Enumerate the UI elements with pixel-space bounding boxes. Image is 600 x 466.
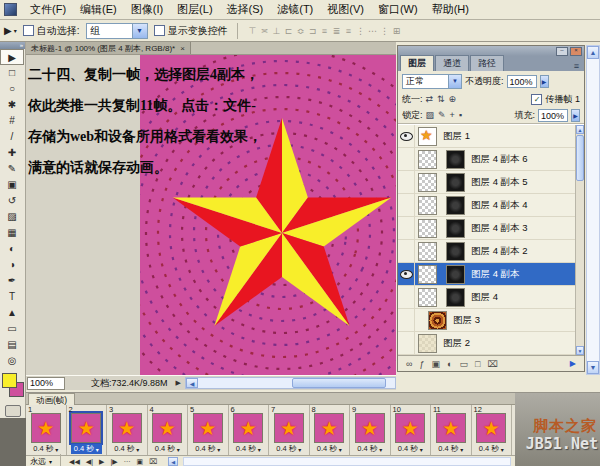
layer-row[interactable]: ★ 图层 4 副本 6 bbox=[398, 148, 584, 171]
menu-item[interactable]: 文件(F) bbox=[23, 0, 73, 19]
brush-tool[interactable]: ✎ bbox=[0, 161, 24, 177]
loop-dropdown[interactable]: 永远 ▾ bbox=[30, 456, 52, 466]
frame-duration[interactable]: 0.4 秒 ▾ bbox=[476, 444, 507, 454]
move-tool[interactable]: ▶ bbox=[0, 49, 24, 65]
menu-item[interactable]: 选择(S) bbox=[220, 0, 271, 19]
layer-name[interactable]: 图层 1 bbox=[443, 130, 470, 143]
layer-row[interactable]: ★ 图层 1 bbox=[398, 125, 584, 148]
align-icon[interactable]: ≡ bbox=[343, 26, 355, 36]
animation-frame[interactable]: 1 ★ 0.4 秒 ▾ bbox=[26, 405, 67, 455]
foreground-color-swatch[interactable] bbox=[2, 373, 17, 388]
frames-scrollbar[interactable] bbox=[183, 457, 511, 466]
new-layer-icon[interactable]: □ bbox=[475, 359, 480, 369]
quick-mask-button[interactable] bbox=[5, 405, 21, 417]
align-icon[interactable]: ≎ bbox=[295, 26, 307, 36]
gradient-tool[interactable]: ▦ bbox=[0, 225, 24, 241]
auto-select-dropdown[interactable]: 组 ▼ bbox=[86, 23, 148, 39]
align-icon[interactable]: ≍ bbox=[259, 26, 271, 36]
horizontal-scrollbar[interactable]: ◀ bbox=[185, 377, 396, 389]
vertical-scrollbar[interactable]: ▲ ▼ bbox=[586, 45, 600, 375]
previous-frame-button[interactable]: ◀| bbox=[86, 458, 93, 466]
visibility-toggle[interactable] bbox=[398, 194, 415, 216]
align-icon[interactable]: ⋮ bbox=[379, 26, 391, 36]
layer-name[interactable]: 图层 4 副本 6 bbox=[471, 153, 528, 166]
layer-name[interactable]: 图层 4 副本 bbox=[471, 268, 520, 281]
menu-item[interactable]: 图像(I) bbox=[124, 0, 170, 19]
document-tab[interactable]: 未标题-1 @ 100% (图层 4 副本, RGB/8)* × bbox=[26, 42, 191, 54]
align-icon[interactable]: ⊏ bbox=[283, 26, 295, 36]
layer-name[interactable]: 图层 2 bbox=[443, 337, 470, 350]
layer-row[interactable]: ★ 图层 4 副本 3 bbox=[398, 217, 584, 240]
next-frame-button[interactable]: |▶ bbox=[110, 458, 117, 466]
close-button[interactable]: × bbox=[570, 47, 582, 56]
visibility-toggle[interactable] bbox=[398, 125, 415, 147]
visibility-toggle[interactable] bbox=[398, 263, 415, 285]
first-frame-button[interactable]: ◀◀ bbox=[69, 458, 80, 466]
frame-thumbnail[interactable]: ★ bbox=[71, 413, 101, 443]
fill-field[interactable]: 100% bbox=[538, 109, 568, 122]
healing-brush-tool[interactable]: ✚ bbox=[0, 145, 24, 161]
delete-frame-button[interactable]: ⌧ bbox=[149, 458, 157, 466]
layer-group-icon[interactable]: ▭ bbox=[459, 359, 468, 369]
type-tool[interactable]: T bbox=[0, 289, 24, 305]
frame-duration[interactable]: 0.4 秒 ▾ bbox=[30, 444, 61, 454]
animation-frame[interactable]: 9 ★ 0.4 秒 ▾ bbox=[350, 405, 391, 455]
lock-position-icon[interactable]: + bbox=[450, 110, 455, 120]
quick-selection-tool[interactable]: ✱ bbox=[0, 97, 24, 113]
menu-item[interactable]: 窗口(W) bbox=[371, 0, 425, 19]
play-button[interactable]: ▶ bbox=[99, 458, 104, 466]
chevron-down-icon[interactable]: ▼ bbox=[448, 75, 461, 88]
frame-thumbnail[interactable]: ★ bbox=[476, 413, 506, 443]
align-icon[interactable]: ≣ bbox=[331, 26, 343, 36]
frame-duration[interactable]: 0.4 秒 ▾ bbox=[395, 444, 426, 454]
zoom-level-field[interactable]: 100% bbox=[27, 377, 65, 390]
layer-name[interactable]: 图层 4 副本 4 bbox=[471, 199, 528, 212]
layer-name[interactable]: 图层 4 bbox=[471, 291, 498, 304]
layer-row[interactable]: ★ 图层 4 bbox=[398, 286, 584, 309]
frame-duration[interactable]: 0.4 秒 ▾ bbox=[192, 444, 223, 454]
dodge-tool[interactable]: ◑ bbox=[0, 257, 24, 273]
frame-thumbnail[interactable]: ★ bbox=[314, 413, 344, 443]
eraser-tool[interactable]: ▨ bbox=[0, 209, 24, 225]
frame-thumbnail[interactable]: ★ bbox=[274, 413, 304, 443]
frame-duration[interactable]: 0.4 秒 ▾ bbox=[273, 444, 304, 454]
scroll-up-icon[interactable]: ▲ bbox=[576, 125, 584, 134]
unify-position-icon[interactable]: ⇄ bbox=[426, 94, 434, 104]
checkbox-icon[interactable] bbox=[23, 25, 34, 36]
unify-style-icon[interactable]: ⊕ bbox=[449, 94, 457, 104]
layer-row[interactable]: ★ 图层 3 bbox=[398, 309, 584, 332]
clone-stamp-tool[interactable]: ▣ bbox=[0, 177, 24, 193]
animation-frame[interactable]: 12 ★ 0.4 秒 ▾ bbox=[472, 405, 513, 455]
layer-row[interactable]: ★ 图层 4 副本 2 bbox=[398, 240, 584, 263]
layer-mask-icon[interactable]: ▣ bbox=[431, 359, 440, 369]
align-icon[interactable]: ⋯ bbox=[367, 26, 379, 36]
layer-list-scrollbar[interactable]: ▲ ▼ bbox=[575, 125, 584, 355]
toolbox-header[interactable]: » bbox=[0, 42, 25, 49]
palette-tab[interactable]: 通道 bbox=[435, 55, 469, 71]
frame-duration[interactable]: 0.4 秒 ▾ bbox=[152, 444, 183, 454]
animation-frame[interactable]: 3 ★ 0.4 秒 ▾ bbox=[107, 405, 148, 455]
layer-name[interactable]: 图层 4 副本 2 bbox=[471, 245, 528, 258]
visibility-toggle[interactable] bbox=[398, 309, 415, 331]
align-icon[interactable]: ⊥ bbox=[271, 26, 283, 36]
tween-button[interactable]: ⋯ bbox=[124, 458, 131, 466]
palette-tab[interactable]: 图层 bbox=[400, 55, 434, 71]
frame-duration[interactable]: 0.4 秒 ▾ bbox=[71, 444, 102, 454]
delete-layer-icon[interactable]: ⌧ bbox=[487, 359, 497, 369]
layer-row[interactable]: ★ 图层 2 bbox=[398, 332, 584, 355]
scroll-up-icon[interactable]: ▲ bbox=[587, 46, 599, 59]
notes-tool[interactable]: ▤ bbox=[0, 337, 24, 353]
menu-item[interactable]: 帮助(H) bbox=[425, 0, 476, 19]
scroll-down-icon[interactable]: ▼ bbox=[576, 346, 584, 355]
scroll-left-icon[interactable]: ◀ bbox=[168, 457, 178, 466]
eyedropper-tool[interactable]: / bbox=[0, 129, 24, 145]
propagate-checkbox[interactable]: ✓ bbox=[531, 94, 542, 105]
animation-frame[interactable]: 6 ★ 0.4 秒 ▾ bbox=[229, 405, 270, 455]
visibility-toggle[interactable] bbox=[398, 217, 415, 239]
blend-mode-dropdown[interactable]: 正常 ▼ bbox=[402, 74, 462, 89]
animation-frame[interactable]: 7 ★ 0.4 秒 ▾ bbox=[269, 405, 310, 455]
scrollbar-thumb[interactable] bbox=[576, 135, 584, 181]
chevron-down-icon[interactable]: ▼ bbox=[132, 24, 147, 38]
layer-row[interactable]: ★ 图层 4 副本 4 bbox=[398, 194, 584, 217]
visibility-toggle[interactable] bbox=[398, 171, 415, 193]
